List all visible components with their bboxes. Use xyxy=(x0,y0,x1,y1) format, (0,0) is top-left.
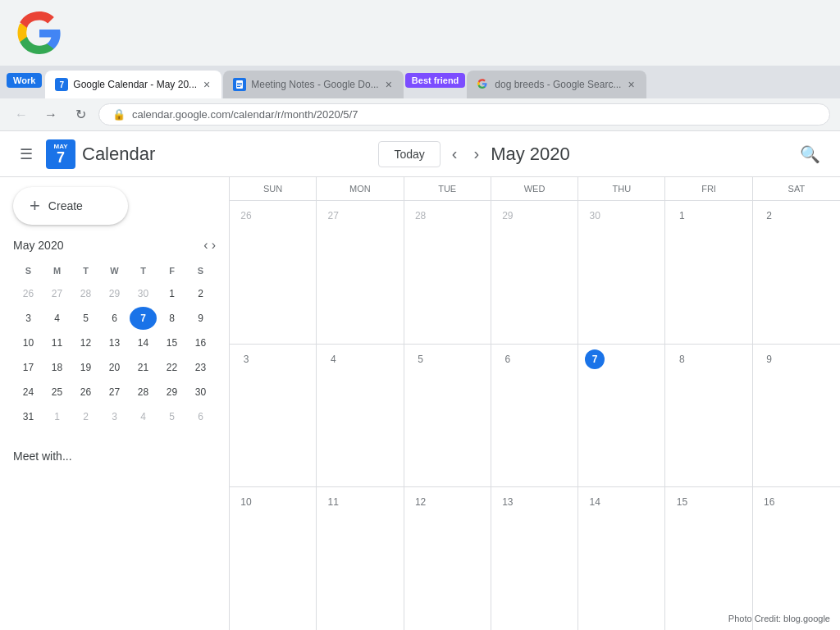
mini-day-cell[interactable]: 13 xyxy=(101,331,128,354)
mini-day-cell[interactable]: 7 xyxy=(130,307,157,330)
mini-day-cell[interactable]: 14 xyxy=(130,331,157,354)
doc-favicon xyxy=(233,78,246,91)
calendar-app-icon: MAY 7 xyxy=(46,139,75,169)
next-month-button[interactable]: › xyxy=(469,139,485,168)
mini-day-cell[interactable]: 21 xyxy=(130,356,157,379)
mini-day-cell[interactable]: 6 xyxy=(101,307,128,330)
mini-day-cell[interactable]: 26 xyxy=(72,381,99,404)
mini-day-cell[interactable]: 5 xyxy=(158,405,185,428)
main-layout: + Create May 2020 ‹ › xyxy=(0,177,840,630)
calendar-weeks: 262728293012345678910111213141516 xyxy=(230,201,840,630)
day-cell[interactable]: 1 xyxy=(665,201,752,344)
mini-day-cell[interactable]: 3 xyxy=(15,307,42,330)
mini-day-cell[interactable]: 28 xyxy=(72,282,99,305)
mini-day-cell[interactable]: 15 xyxy=(158,331,185,354)
work-group-label[interactable]: Work xyxy=(7,73,42,88)
meeting-tab-close[interactable]: × xyxy=(384,77,394,92)
mini-day-cell[interactable]: 2 xyxy=(72,405,99,428)
reload-button[interactable]: ↻ xyxy=(69,103,92,126)
day-cell[interactable]: 9 xyxy=(753,345,840,487)
mini-day-cell[interactable]: 22 xyxy=(158,356,185,379)
best-friend-group-label[interactable]: Best friend xyxy=(405,73,465,88)
meeting-tab[interactable]: Meeting Notes - Google Do... × xyxy=(223,71,404,98)
mini-day-cell[interactable]: 4 xyxy=(130,405,157,428)
dog-tab-close[interactable]: × xyxy=(626,77,636,92)
mini-day-cell[interactable]: 10 xyxy=(15,331,42,354)
day-cell[interactable]: 4 xyxy=(317,345,404,487)
mini-day-cell[interactable]: 30 xyxy=(187,381,214,404)
mini-day-cell[interactable]: 9 xyxy=(187,307,214,330)
mini-day-cell[interactable]: 30 xyxy=(130,282,157,305)
mini-cal-header: May 2020 ‹ › xyxy=(13,238,216,253)
mini-prev-button[interactable]: ‹ xyxy=(203,238,208,253)
day-cell[interactable]: 27 xyxy=(317,201,404,344)
day-cell[interactable]: 5 xyxy=(404,345,491,487)
mini-day-cell[interactable]: 31 xyxy=(15,405,42,428)
mini-day-cell[interactable]: 18 xyxy=(43,356,71,379)
day-cell[interactable]: 8 xyxy=(665,345,752,487)
day-number: 3 xyxy=(236,349,256,369)
mini-day-cell[interactable]: 28 xyxy=(130,381,157,404)
day-cell[interactable]: 13 xyxy=(491,487,578,630)
mini-day-cell[interactable]: 23 xyxy=(187,356,214,379)
mini-day-cell[interactable]: 1 xyxy=(43,405,71,428)
mini-header-sun: S xyxy=(15,261,42,281)
day-cell[interactable]: 16 xyxy=(753,487,840,630)
day-cell[interactable]: 26 xyxy=(230,201,317,344)
forward-button[interactable]: → xyxy=(39,103,62,126)
mini-day-cell[interactable]: 3 xyxy=(101,405,128,428)
day-cell[interactable]: 15 xyxy=(665,487,752,630)
calendar-tab-close[interactable]: × xyxy=(202,77,212,92)
mini-calendar-grid: S M T W T F S 26272829301234567891011121… xyxy=(13,259,216,430)
mini-day-cell[interactable]: 20 xyxy=(101,356,128,379)
today-button[interactable]: Today xyxy=(378,141,440,167)
day-cell[interactable]: 28 xyxy=(404,201,491,344)
mini-day-cell[interactable]: 2 xyxy=(187,282,214,305)
day-cell[interactable]: 7 xyxy=(578,345,665,487)
mini-day-cell[interactable]: 29 xyxy=(158,381,185,404)
back-button[interactable]: ← xyxy=(10,103,33,126)
mini-calendar: May 2020 ‹ › S M T W xyxy=(13,238,216,430)
day-cell[interactable]: 10 xyxy=(230,487,317,630)
mini-day-cell[interactable]: 4 xyxy=(43,307,71,330)
mini-day-cell[interactable]: 25 xyxy=(43,381,71,404)
mini-day-cell[interactable]: 11 xyxy=(43,331,71,354)
mini-day-cell[interactable]: 19 xyxy=(72,356,99,379)
dog-tab[interactable]: dog breeds - Google Searc... × xyxy=(467,71,646,98)
mini-header-thu: T xyxy=(130,261,157,281)
day-cell[interactable]: 11 xyxy=(317,487,404,630)
cal-icon-day: 7 xyxy=(57,150,65,165)
mini-day-cell[interactable]: 24 xyxy=(15,381,42,404)
mini-day-cell[interactable]: 27 xyxy=(101,381,128,404)
day-cell[interactable]: 29 xyxy=(491,201,578,344)
create-button[interactable]: + Create xyxy=(13,187,128,225)
day-cell[interactable]: 30 xyxy=(578,201,665,344)
url-bar[interactable]: 🔒 calendar.google.com/calendar/r/month/2… xyxy=(98,103,830,126)
prev-month-button[interactable]: ‹ xyxy=(447,139,463,168)
day-cell[interactable]: 3 xyxy=(230,345,317,487)
search-button[interactable]: 🔍 xyxy=(793,138,827,171)
mini-day-cell[interactable]: 29 xyxy=(101,282,128,305)
day-cell[interactable]: 14 xyxy=(578,487,665,630)
browser-frame: Work 7 Google Calendar - May 20... × Mee… xyxy=(0,0,840,630)
mini-day-cell[interactable]: 1 xyxy=(158,282,185,305)
mini-day-cell[interactable]: 12 xyxy=(72,331,99,354)
mini-day-cell[interactable]: 8 xyxy=(158,307,185,330)
day-header-sun: SUN xyxy=(230,177,317,200)
mini-day-cell[interactable]: 5 xyxy=(72,307,99,330)
meet-with[interactable]: Meet with... xyxy=(13,443,216,469)
mini-day-cell[interactable]: 6 xyxy=(187,405,214,428)
mini-day-cell[interactable]: 27 xyxy=(43,282,71,305)
day-cell[interactable]: 6 xyxy=(491,345,578,487)
day-number: 5 xyxy=(411,349,431,369)
mini-day-cell[interactable]: 16 xyxy=(187,331,214,354)
hamburger-button[interactable]: ☰ xyxy=(13,139,39,170)
sidebar: + Create May 2020 ‹ › xyxy=(0,177,230,630)
mini-next-button[interactable]: › xyxy=(212,238,216,253)
day-cell[interactable]: 2 xyxy=(753,201,840,344)
mini-day-cell[interactable]: 26 xyxy=(15,282,42,305)
mini-day-cell[interactable]: 17 xyxy=(15,356,42,379)
day-cell[interactable]: 12 xyxy=(404,487,491,630)
svg-rect-3 xyxy=(237,86,240,87)
calendar-tab[interactable]: 7 Google Calendar - May 20... × xyxy=(45,71,221,98)
